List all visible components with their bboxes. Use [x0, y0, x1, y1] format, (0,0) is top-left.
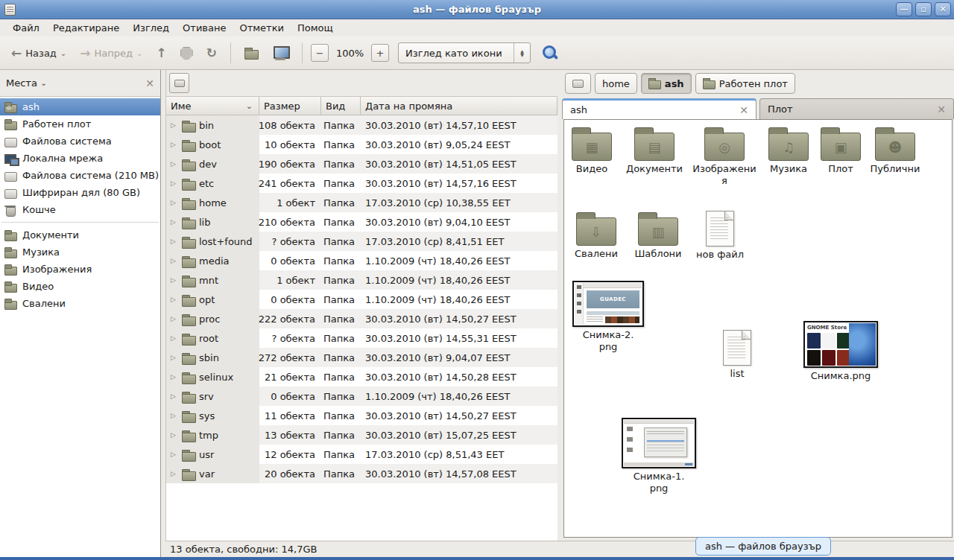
breadcrumb-ash[interactable]: ash: [641, 73, 692, 94]
tree-row[interactable]: ▷dev190 обектаПапка30.03.2010 (вт) 14,51…: [166, 154, 557, 174]
icon-item-downloads[interactable]: ⇩Свалени: [567, 211, 625, 260]
menu-help[interactable]: Помощ: [291, 21, 340, 35]
icon-item-video[interactable]: ▦Видео: [566, 126, 618, 175]
minimize-button[interactable]: —: [896, 2, 912, 16]
up-button[interactable]: ↑: [151, 43, 171, 63]
search-button[interactable]: [541, 44, 559, 62]
stop-button[interactable]: [175, 43, 198, 63]
sidebar-item-encrypted-80gb[interactable]: Шифриран дял (80 GB): [0, 184, 160, 201]
tree-row[interactable]: ▷bin108 обектаПапка30.03.2010 (вт) 14,57…: [166, 115, 557, 135]
column-header-type[interactable]: Вид: [321, 97, 361, 115]
icon-item-newfile[interactable]: нов файл: [691, 211, 749, 261]
tree-row[interactable]: ▷etc241 обектаПапка30.03.2010 (вт) 14,57…: [166, 174, 557, 193]
sidebar-item-documents[interactable]: Документи: [0, 226, 160, 244]
sidebar-title[interactable]: Места: [6, 77, 40, 89]
expander-icon[interactable]: ▷: [171, 218, 177, 226]
expander-icon[interactable]: ▷: [171, 199, 177, 206]
sidebar-item-filesystem[interactable]: Файлова система: [0, 133, 160, 150]
icon-item-desktop[interactable]: ▣Плот: [818, 126, 864, 175]
tree-row[interactable]: ▷tmp13 обектаПапка30.03.2010 (вт) 15,07,…: [166, 425, 557, 445]
menu-edit[interactable]: Редактиране: [46, 21, 126, 35]
tree-row[interactable]: ▷proc222 обектаПапка30.03.2010 (вт) 14,5…: [166, 309, 557, 328]
breadcrumb-home[interactable]: home: [595, 73, 637, 94]
expander-icon[interactable]: ▷: [171, 121, 177, 129]
tree-row[interactable]: ▷lib210 обектаПапка30.03.2010 (вт) 9,04,…: [166, 212, 557, 232]
menu-bookmarks[interactable]: Отметки: [233, 21, 290, 35]
expander-icon[interactable]: ▷: [171, 451, 177, 458]
sidebar-item-video[interactable]: Видео: [0, 278, 160, 295]
tab-close-icon[interactable]: ✕: [739, 104, 748, 116]
breadcrumb-desktop[interactable]: Работен плот: [695, 73, 795, 94]
tree-row[interactable]: ▷selinux21 обектаПапка30.03.2010 (вт) 14…: [166, 367, 557, 386]
sidebar-item-downloads[interactable]: Свалени: [0, 295, 160, 312]
tree-row[interactable]: ▷home1 обектПапка17.03.2010 (ср) 10,38,5…: [166, 193, 557, 212]
column-header-date[interactable]: Дата на промяна: [361, 97, 557, 115]
tree-row[interactable]: ▷usr12 обектаПапка17.03.2010 (ср) 8,51,4…: [166, 445, 557, 464]
reload-button[interactable]: ↻: [201, 43, 222, 63]
back-dropdown-icon[interactable]: ⌄: [60, 49, 66, 57]
expander-icon[interactable]: ▷: [171, 238, 177, 245]
view-mode-select[interactable]: Изглед като икони ▲▼: [398, 42, 531, 63]
expander-icon[interactable]: ▷: [171, 315, 177, 322]
expander-icon[interactable]: ▷: [171, 141, 177, 148]
expander-icon[interactable]: ▷: [171, 392, 177, 400]
icon-item-snimka1[interactable]: Снимка-1.png: [619, 418, 698, 494]
forward-button[interactable]: → Напред ⌄: [75, 43, 148, 63]
expander-icon[interactable]: ▷: [171, 276, 177, 284]
tree-row[interactable]: ▷opt0 обектаПапка1.10.2009 (чт) 18,40,26…: [166, 290, 557, 309]
sidebar-item-music[interactable]: Музика: [0, 244, 160, 261]
menu-go[interactable]: Отиване: [176, 21, 233, 35]
expander-icon[interactable]: ▷: [171, 160, 177, 168]
close-button[interactable]: ✕: [935, 2, 951, 16]
expander-icon[interactable]: ▷: [171, 373, 177, 381]
sidebar-item-images[interactable]: Изображения: [0, 261, 160, 278]
menu-file[interactable]: Файл: [6, 21, 46, 35]
expander-icon[interactable]: ▷: [171, 257, 177, 264]
tree-row[interactable]: ▷sbin272 обектаПапка30.03.2010 (вт) 9,04…: [166, 348, 557, 367]
tree-row[interactable]: ▷root? обектаПапка30.03.2010 (вт) 14,55,…: [166, 328, 557, 348]
expander-icon[interactable]: ▷: [171, 470, 177, 477]
tree-row[interactable]: ▷var20 обектаПапка30.03.2010 (вт) 14,57,…: [166, 464, 557, 483]
sidebar-item-trash[interactable]: Кошче: [0, 201, 160, 218]
sidebar-dropdown-icon[interactable]: ⌄: [40, 78, 145, 88]
expander-icon[interactable]: ▷: [171, 412, 177, 419]
column-header-name[interactable]: Име⌄: [166, 97, 259, 115]
icon-item-snimka2[interactable]: GUADECСнимка-2.png: [570, 281, 646, 352]
home-button[interactable]: [239, 43, 264, 63]
taskbar-window-button[interactable]: ash — файлов браузър: [695, 537, 831, 556]
icon-item-documents[interactable]: ▤Документи: [622, 126, 686, 175]
icon-item-templates[interactable]: ▥Шаблони: [630, 211, 686, 260]
expander-icon[interactable]: ▷: [171, 334, 177, 342]
expander-icon[interactable]: ▷: [171, 296, 177, 303]
tree-row[interactable]: ▷srv0 обектаПапка1.10.2009 (чт) 18,40,26…: [166, 386, 557, 406]
tab-ash[interactable]: ash✕: [562, 98, 756, 119]
menu-view[interactable]: Изглед: [126, 21, 176, 35]
root-drive-button[interactable]: [169, 73, 189, 93]
tree-row[interactable]: ▷boot10 обектаПапка30.03.2010 (вт) 9,05,…: [166, 135, 557, 154]
zoom-out-button[interactable]: −: [311, 44, 329, 62]
sidebar-close-icon[interactable]: ✕: [145, 77, 154, 89]
tree-row[interactable]: ▷lost+found? обектаПапка17.03.2010 (ср) …: [166, 232, 557, 251]
breadcrumb-root-drive[interactable]: [565, 73, 591, 94]
tab-close-icon[interactable]: ✕: [937, 104, 946, 115]
icon-view[interactable]: ▦Видео▤Документи◎Изображения♫Музика▣Плот…: [563, 119, 953, 538]
icon-item-snimka[interactable]: GNOME StoreСнимка.png: [801, 321, 880, 382]
titlebar[interactable]: ash — файлов браузър — ▫ ✕: [0, 0, 954, 19]
maximize-button[interactable]: ▫: [915, 2, 932, 16]
expander-icon[interactable]: ▷: [171, 354, 177, 361]
computer-button[interactable]: [267, 42, 294, 63]
expander-icon[interactable]: ▷: [171, 431, 177, 439]
tree-row[interactable]: ▷mnt1 обектПапка1.10.2009 (чт) 18,40,26 …: [166, 270, 557, 290]
icon-item-list[interactable]: list: [709, 330, 765, 380]
icon-item-public[interactable]: ☻Публични: [865, 126, 925, 175]
sidebar-item-local-network[interactable]: Локална мрежа: [0, 150, 160, 167]
tree-row[interactable]: ▷media0 обектаПапка1.10.2009 (чт) 18,40,…: [166, 251, 557, 270]
sidebar-item-ash[interactable]: ⌂ash: [0, 98, 160, 115]
sidebar-item-filesystem-210mb[interactable]: Файлова система (210 MB): [0, 167, 160, 184]
column-header-size[interactable]: Размер: [259, 97, 321, 115]
view-mode-spinner-icon[interactable]: ▲▼: [514, 43, 530, 63]
sidebar-item-desktop[interactable]: Работен плот: [0, 115, 160, 133]
tab-desktop[interactable]: Плот✕: [759, 98, 954, 119]
icon-item-images[interactable]: ◎Изображения: [692, 126, 756, 186]
expander-icon[interactable]: ▷: [171, 179, 177, 187]
